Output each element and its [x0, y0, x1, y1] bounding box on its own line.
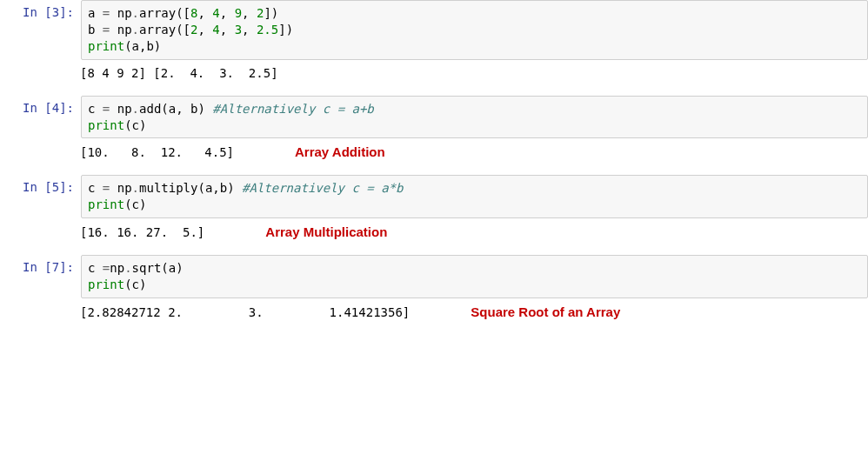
code-token: (a,b)	[124, 39, 161, 53]
code-token: .	[124, 261, 131, 275]
code-input[interactable]: a = np.array([8, 4, 9, 2]) b = np.array(…	[81, 0, 868, 60]
annotation-label: Array Multiplication	[265, 224, 387, 239]
code-token: ,	[197, 23, 212, 37]
input-cell: In [3]:a = np.array([8, 4, 9, 2]) b = np…	[0, 0, 868, 60]
code-token: np	[110, 6, 131, 20]
code-token: multiply	[139, 181, 197, 195]
code-token: ,	[220, 23, 235, 37]
code-token: #Alternatively c = a+b	[212, 102, 373, 116]
output-text: [2.82842712 2. 3. 1.41421356]	[80, 305, 410, 319]
code-token: .	[132, 23, 139, 37]
code-token: np	[110, 181, 131, 195]
output-area: [8 4 9 2] [2. 4. 3. 2.5]	[74, 64, 868, 80]
code-token: (a,b)	[197, 181, 242, 195]
code-token: #Alternatively c = a*b	[242, 181, 403, 195]
output-cell: [2.82842712 2. 3. 1.41421356]Square Root…	[0, 302, 868, 319]
code-token: ])	[278, 23, 293, 37]
code-token: 9	[235, 6, 242, 20]
input-prompt: In [7]:	[0, 255, 81, 279]
code-token: print	[88, 39, 124, 53]
code-token: np	[110, 23, 131, 37]
code-token: 2.5	[257, 23, 278, 37]
code-token: (c)	[124, 118, 146, 132]
code-token: 4	[212, 6, 219, 20]
code-token: ,	[242, 6, 257, 20]
code-token: ,	[197, 6, 212, 20]
code-token: .	[132, 6, 139, 20]
code-token: np	[110, 261, 124, 275]
code-token: np	[110, 102, 131, 116]
code-token: (a, b)	[161, 102, 212, 116]
code-token: b	[88, 23, 103, 37]
code-token: (a)	[161, 261, 183, 275]
output-area: [10. 8. 12. 4.5]Array Addition	[74, 142, 868, 159]
code-token: 4	[212, 23, 219, 37]
notebook: In [3]:a = np.array([8, 4, 9, 2]) b = np…	[0, 0, 868, 319]
input-prompt: In [4]:	[0, 96, 81, 120]
code-token: add	[139, 102, 161, 116]
input-prompt: In [3]:	[0, 0, 81, 24]
output-cell: [10. 8. 12. 4.5]Array Addition	[0, 142, 868, 159]
output-cell: [16. 16. 27. 5.]Array Multiplication	[0, 222, 868, 239]
code-token: c	[88, 181, 103, 195]
code-token: ])	[264, 6, 278, 20]
code-token: print	[88, 118, 124, 132]
code-token: array	[139, 6, 176, 20]
code-token: ([	[176, 6, 190, 20]
code-token: sqrt	[132, 261, 162, 275]
code-input[interactable]: c = np.multiply(a,b) #Alternatively c = …	[81, 175, 868, 218]
code-token: c	[88, 102, 103, 116]
annotation-label: Array Addition	[295, 144, 385, 159]
output-text: [8 4 9 2] [2. 4. 3. 2.5]	[80, 66, 278, 80]
code-token: ,	[242, 23, 257, 37]
output-area: [2.82842712 2. 3. 1.41421356]Square Root…	[74, 302, 868, 319]
code-token: .	[132, 102, 139, 116]
output-cell: [8 4 9 2] [2. 4. 3. 2.5]	[0, 64, 868, 80]
input-prompt: In [5]:	[0, 175, 81, 199]
output-text: [16. 16. 27. 5.]	[80, 225, 204, 239]
code-token: ,	[220, 6, 235, 20]
code-token: ([	[176, 23, 190, 37]
input-cell: In [5]:c = np.multiply(a,b) #Alternative…	[0, 175, 868, 218]
code-token: array	[139, 23, 176, 37]
code-token: (c)	[124, 197, 146, 211]
input-cell: In [7]:c =np.sqrt(a) print(c)	[0, 255, 868, 298]
output-text: [10. 8. 12. 4.5]	[80, 145, 234, 159]
code-token: print	[88, 197, 124, 211]
code-token: a	[88, 6, 103, 20]
code-token: 3	[235, 23, 242, 37]
output-area: [16. 16. 27. 5.]Array Multiplication	[74, 222, 868, 239]
code-input[interactable]: c = np.add(a, b) #Alternatively c = a+b …	[81, 96, 868, 139]
code-token: c	[88, 261, 103, 275]
input-cell: In [4]:c = np.add(a, b) #Alternatively c…	[0, 96, 868, 139]
code-token: .	[132, 181, 139, 195]
code-token: (c)	[124, 277, 146, 291]
code-token: print	[88, 277, 124, 291]
annotation-label: Square Root of an Array	[471, 304, 620, 319]
code-input[interactable]: c =np.sqrt(a) print(c)	[81, 255, 868, 298]
